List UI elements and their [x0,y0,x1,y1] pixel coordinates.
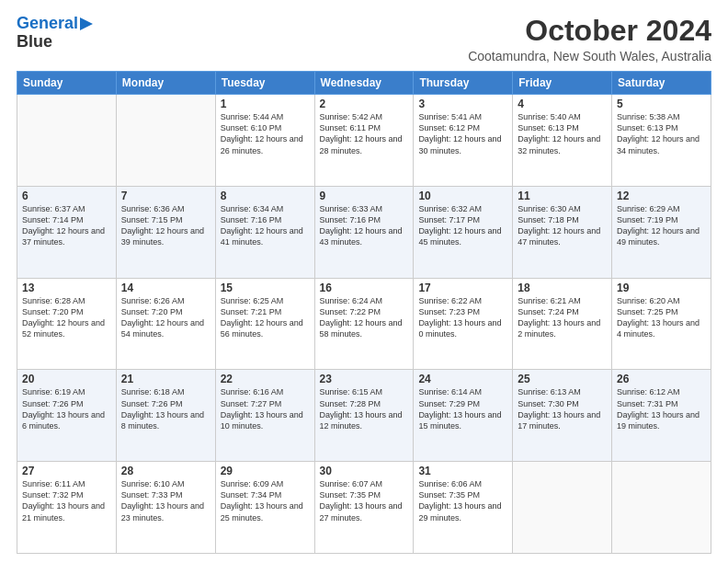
day-number: 3 [418,98,507,110]
col-friday: Friday [513,72,612,95]
day-info: Sunrise: 6:12 AM Sunset: 7:31 PM Dayligh… [617,386,706,431]
day-info: Sunrise: 5:44 AM Sunset: 6:10 PM Dayligh… [221,111,310,156]
day-number: 15 [221,282,310,294]
logo: General Blue [17,15,95,52]
table-row: 12Sunrise: 6:29 AM Sunset: 7:19 PM Dayli… [612,186,711,278]
day-number: 31 [418,465,507,477]
table-row: 6Sunrise: 6:37 AM Sunset: 7:14 PM Daylig… [17,186,117,278]
day-number: 14 [121,282,210,294]
day-info: Sunrise: 6:09 AM Sunset: 7:34 PM Dayligh… [221,478,310,523]
day-number: 19 [617,282,706,294]
day-number: 30 [320,465,409,477]
table-row: 24Sunrise: 6:14 AM Sunset: 7:29 PM Dayli… [414,370,513,462]
day-info: Sunrise: 6:10 AM Sunset: 7:33 PM Dayligh… [121,478,210,523]
day-number: 13 [22,282,111,294]
table-row: 27Sunrise: 6:11 AM Sunset: 7:32 PM Dayli… [17,462,117,554]
day-info: Sunrise: 6:24 AM Sunset: 7:22 PM Dayligh… [320,295,409,340]
table-row: 7Sunrise: 6:36 AM Sunset: 7:15 PM Daylig… [116,186,215,278]
day-number: 24 [418,373,507,385]
col-wednesday: Wednesday [314,72,414,95]
svg-marker-0 [80,17,93,30]
table-row: 31Sunrise: 6:06 AM Sunset: 7:35 PM Dayli… [414,462,513,554]
day-info: Sunrise: 6:11 AM Sunset: 7:32 PM Dayligh… [22,478,111,523]
table-row: 15Sunrise: 6:25 AM Sunset: 7:21 PM Dayli… [215,278,314,370]
col-monday: Monday [116,72,215,95]
logo-general: General [17,14,78,32]
table-row [513,462,612,554]
day-number: 20 [22,373,111,385]
page: General Blue October 2024 Cootamundra, N… [0,0,728,563]
table-row: 13Sunrise: 6:28 AM Sunset: 7:20 PM Dayli… [17,278,117,370]
calendar-week-row: 6Sunrise: 6:37 AM Sunset: 7:14 PM Daylig… [17,186,711,278]
day-info: Sunrise: 6:36 AM Sunset: 7:15 PM Dayligh… [121,203,210,248]
table-row [17,95,117,187]
logo-blue: Blue [17,33,52,52]
table-row: 20Sunrise: 6:19 AM Sunset: 7:26 PM Dayli… [17,370,117,462]
table-row: 4Sunrise: 5:40 AM Sunset: 6:13 PM Daylig… [513,95,612,187]
day-number: 10 [418,190,507,202]
day-info: Sunrise: 6:30 AM Sunset: 7:18 PM Dayligh… [518,203,607,248]
table-row: 3Sunrise: 5:41 AM Sunset: 6:12 PM Daylig… [414,95,513,187]
table-row: 25Sunrise: 6:13 AM Sunset: 7:30 PM Dayli… [513,370,612,462]
day-info: Sunrise: 6:21 AM Sunset: 7:24 PM Dayligh… [518,295,607,340]
day-info: Sunrise: 5:40 AM Sunset: 6:13 PM Dayligh… [518,111,607,156]
day-number: 7 [121,190,210,202]
day-info: Sunrise: 5:42 AM Sunset: 6:11 PM Dayligh… [320,111,409,156]
day-info: Sunrise: 6:14 AM Sunset: 7:29 PM Dayligh… [418,386,507,431]
day-number: 17 [418,282,507,294]
day-number: 8 [221,190,310,202]
col-sunday: Sunday [17,72,117,95]
day-info: Sunrise: 6:07 AM Sunset: 7:35 PM Dayligh… [320,478,409,523]
day-info: Sunrise: 6:28 AM Sunset: 7:20 PM Dayligh… [22,295,111,340]
day-number: 27 [22,465,111,477]
day-info: Sunrise: 6:13 AM Sunset: 7:30 PM Dayligh… [518,386,607,431]
day-info: Sunrise: 5:38 AM Sunset: 6:13 PM Dayligh… [617,111,706,156]
day-number: 12 [617,190,706,202]
day-info: Sunrise: 6:26 AM Sunset: 7:20 PM Dayligh… [121,295,210,340]
day-number: 18 [518,282,607,294]
day-number: 5 [617,98,706,110]
col-thursday: Thursday [414,72,513,95]
col-saturday: Saturday [612,72,711,95]
day-info: Sunrise: 6:16 AM Sunset: 7:27 PM Dayligh… [221,386,310,431]
table-row [612,462,711,554]
table-row: 2Sunrise: 5:42 AM Sunset: 6:11 PM Daylig… [314,95,414,187]
calendar-week-row: 1Sunrise: 5:44 AM Sunset: 6:10 PM Daylig… [17,95,711,187]
table-row: 19Sunrise: 6:20 AM Sunset: 7:25 PM Dayli… [612,278,711,370]
day-number: 29 [221,465,310,477]
calendar-header-row: Sunday Monday Tuesday Wednesday Thursday… [17,72,711,95]
logo-arrow-icon [78,16,95,32]
table-row: 11Sunrise: 6:30 AM Sunset: 7:18 PM Dayli… [513,186,612,278]
table-row: 26Sunrise: 6:12 AM Sunset: 7:31 PM Dayli… [612,370,711,462]
day-info: Sunrise: 6:15 AM Sunset: 7:28 PM Dayligh… [320,386,409,431]
calendar-week-row: 27Sunrise: 6:11 AM Sunset: 7:32 PM Dayli… [17,462,711,554]
header: General Blue October 2024 Cootamundra, N… [17,15,711,63]
day-number: 9 [320,190,409,202]
table-row: 30Sunrise: 6:07 AM Sunset: 7:35 PM Dayli… [314,462,414,554]
day-number: 23 [320,373,409,385]
table-row: 18Sunrise: 6:21 AM Sunset: 7:24 PM Dayli… [513,278,612,370]
day-number: 28 [121,465,210,477]
day-info: Sunrise: 6:22 AM Sunset: 7:23 PM Dayligh… [418,295,507,340]
month-year-title: October 2024 [468,15,711,47]
day-info: Sunrise: 6:32 AM Sunset: 7:17 PM Dayligh… [418,203,507,248]
day-number: 4 [518,98,607,110]
logo-text: General [17,15,78,33]
day-info: Sunrise: 6:37 AM Sunset: 7:14 PM Dayligh… [22,203,111,248]
day-number: 26 [617,373,706,385]
day-number: 16 [320,282,409,294]
day-info: Sunrise: 6:19 AM Sunset: 7:26 PM Dayligh… [22,386,111,431]
table-row: 10Sunrise: 6:32 AM Sunset: 7:17 PM Dayli… [414,186,513,278]
day-info: Sunrise: 6:18 AM Sunset: 7:26 PM Dayligh… [121,386,210,431]
day-number: 21 [121,373,210,385]
day-number: 6 [22,190,111,202]
table-row: 28Sunrise: 6:10 AM Sunset: 7:33 PM Dayli… [116,462,215,554]
table-row: 9Sunrise: 6:33 AM Sunset: 7:16 PM Daylig… [314,186,414,278]
location-subtitle: Cootamundra, New South Wales, Australia [468,49,711,63]
day-number: 25 [518,373,607,385]
calendar-week-row: 20Sunrise: 6:19 AM Sunset: 7:26 PM Dayli… [17,370,711,462]
table-row [116,95,215,187]
table-row: 23Sunrise: 6:15 AM Sunset: 7:28 PM Dayli… [314,370,414,462]
table-row: 1Sunrise: 5:44 AM Sunset: 6:10 PM Daylig… [215,95,314,187]
day-info: Sunrise: 5:41 AM Sunset: 6:12 PM Dayligh… [418,111,507,156]
